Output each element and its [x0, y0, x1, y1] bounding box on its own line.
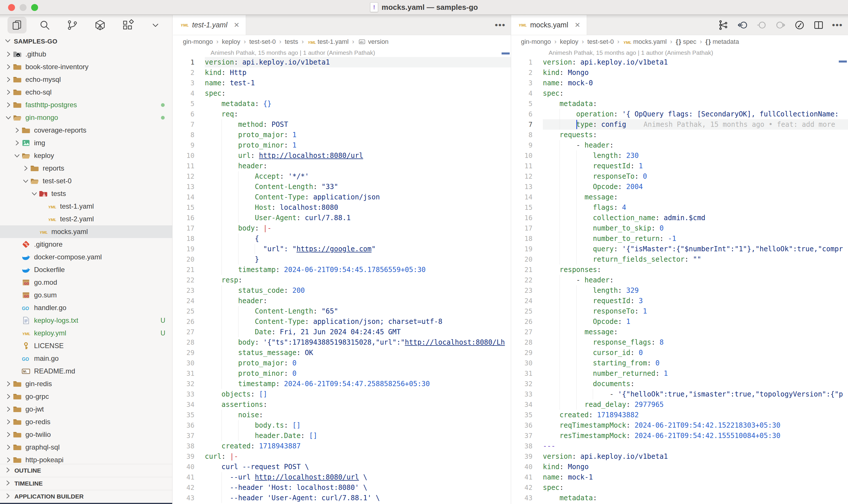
code-line[interactable]: 1version: api.keploy.io/v1beta1 [173, 57, 511, 68]
code-line[interactable]: 17 body: |- [173, 223, 511, 233]
chevron-right-icon[interactable] [21, 164, 30, 173]
code-line[interactable]: 37 header.Date: [] [173, 431, 511, 441]
code-line[interactable]: 25 Content-Length: "65" [173, 306, 511, 317]
code-line[interactable]: 32 documents: [511, 379, 848, 389]
code-line[interactable]: 13 Content-Length: "33" [173, 182, 511, 192]
code-line[interactable]: 15 flags: 4 [511, 202, 848, 213]
code-line[interactable]: 38--- [511, 441, 848, 451]
tree-item-docker-compose-yaml[interactable]: docker-compose.yaml [0, 251, 172, 264]
tree-item-handler-go[interactable]: GOhandler.go [0, 302, 172, 314]
chevron-right-icon[interactable] [4, 455, 13, 464]
more-actions-icon[interactable]: ••• [495, 20, 506, 30]
breadcrumb-item-spec[interactable]: { }spec [676, 38, 696, 46]
code-line[interactable]: 35 noise: [173, 410, 511, 420]
breadcrumb-item-test-set-0[interactable]: test-set-0 [587, 38, 614, 46]
code-line[interactable]: 9 proto_minor: 1 [173, 140, 511, 150]
tree-item-test-set-0[interactable]: test-set-0 [0, 175, 172, 187]
code-line[interactable]: 20 return_fields_selector: "" [511, 254, 848, 265]
code-line[interactable]: 35 created: 1718943882 [511, 410, 848, 420]
code-line[interactable]: 7 method: POST [173, 119, 511, 130]
tree-item-graphql-sql[interactable]: graphql-sql [0, 441, 172, 454]
tree-item--gitignore[interactable]: .gitignore [0, 238, 172, 251]
chevron-down-icon[interactable] [4, 113, 13, 122]
code-line[interactable]: 11 requestId: 1 [511, 161, 848, 171]
tree-item-readme-md[interactable]: M↓README.md [0, 365, 172, 378]
code-line[interactable]: 22 resp: [173, 275, 511, 285]
code-editor[interactable]: Animesh Pathak, 15 months ago | 1 author… [173, 49, 511, 504]
chevron-down-icon[interactable] [146, 17, 165, 33]
split-editor-icon[interactable] [813, 19, 824, 31]
code-line[interactable]: 28 response_flags: 8 [511, 337, 848, 347]
code-line[interactable]: 15 Host: localhost:8080 [173, 202, 511, 213]
code-line[interactable]: 34 read_delay: 2977965 [511, 399, 848, 410]
code-line[interactable]: 2kind: Http [173, 68, 511, 78]
code-line[interactable]: 41 --url http://localhost:8080/url \ [173, 472, 511, 482]
code-line[interactable]: 13 Opcode: 2004 [511, 182, 848, 192]
code-line[interactable]: 4spec: [173, 88, 511, 98]
chevron-right-icon[interactable] [4, 430, 13, 439]
code-line[interactable]: 30 proto_major: 0 [173, 358, 511, 368]
tree-item-img[interactable]: img [0, 137, 172, 149]
breadcrumb-item-gin-mongo[interactable]: gin-mongo [183, 38, 213, 46]
prev-change-icon[interactable] [756, 19, 767, 31]
breadcrumb-item-version[interactable]: abcversion [358, 38, 388, 46]
code-line[interactable]: 43 metadata: [511, 493, 848, 503]
code-line[interactable]: 9 - header: [511, 140, 848, 150]
code-line[interactable]: 25 responseTo: 1 [511, 306, 848, 317]
code-line[interactable]: 12 Accept: '*/*' [173, 171, 511, 182]
code-editor[interactable]: Animesh Pathak, 15 months ago | 1 author… [511, 49, 848, 504]
breadcrumb-item-test-set-0[interactable]: test-set-0 [249, 38, 276, 46]
chevron-right-icon[interactable] [4, 101, 13, 109]
next-change-icon[interactable] [775, 19, 786, 31]
code-line[interactable]: 32 timestamp: 2024-06-21T09:54:47.258858… [173, 379, 511, 389]
search-icon[interactable] [35, 17, 54, 33]
code-line[interactable]: 22 - header: [511, 275, 848, 285]
code-line[interactable]: 21 responses: [511, 265, 848, 275]
chevron-right-icon[interactable] [4, 417, 13, 426]
section-header-timeline[interactable]: TIMELINE [0, 477, 172, 490]
chevron-right-icon[interactable] [13, 139, 21, 147]
code-line[interactable]: 42spec: [511, 482, 848, 493]
breadcrumb-item-keploy[interactable]: keploy [222, 38, 240, 46]
code-line[interactable]: 40 curl --request POST \ [173, 462, 511, 472]
code-line[interactable]: 19 "url": "https://google.com" [173, 244, 511, 254]
code-line[interactable]: 26 Content-Type: application/json; chars… [173, 317, 511, 327]
nav-back-icon[interactable] [737, 19, 748, 31]
chevron-right-icon[interactable] [4, 88, 13, 96]
tree-item-go-grpc[interactable]: go-grpc [0, 390, 172, 403]
code-line[interactable]: 10 length: 230 [511, 150, 848, 161]
code-line[interactable]: 36 body.ts: [] [173, 420, 511, 431]
code-line[interactable]: 11 header: [173, 161, 511, 171]
code-line[interactable]: 8 proto_major: 1 [173, 130, 511, 140]
code-line[interactable]: 43 --header 'User-Agent: curl/7.88.1' \ [173, 493, 511, 503]
code-line[interactable]: 36 reqTimestampMock: 2024-06-21T09:54:42… [511, 420, 848, 431]
code-line[interactable]: 26 Opcode: 1 [511, 317, 848, 327]
tree-item-keploy-logs-txt[interactable]: keploy-logs.txtU [0, 314, 172, 327]
code-line[interactable]: 8 requests: [511, 130, 848, 140]
code-line[interactable]: 41name: mock-1 [511, 472, 848, 482]
tree-item-main-go[interactable]: GOmain.go [0, 352, 172, 365]
tree-item-reports[interactable]: reports [0, 162, 172, 175]
code-line[interactable]: 2kind: Mongo [511, 68, 848, 78]
code-line[interactable]: 40kind: Mongo [511, 462, 848, 472]
code-line[interactable]: 4spec: [511, 88, 848, 98]
code-line[interactable]: 31 number_returned: 1 [511, 368, 848, 379]
chevron-right-icon[interactable] [13, 126, 21, 134]
breadcrumb-item-metadata[interactable]: { }metadata [705, 38, 739, 46]
tree-item-test-1-yaml[interactable]: YMLtest-1.yaml [0, 200, 172, 213]
tab-mocks-yaml[interactable]: YMLmocks.yaml✕ [511, 15, 587, 35]
code-line[interactable]: 38 created: 1718943887 [173, 441, 511, 451]
code-line[interactable]: 34 assertions: [173, 399, 511, 410]
chevron-right-icon[interactable] [4, 443, 13, 452]
tree-item-gin-redis[interactable]: gin-redis [0, 378, 172, 390]
section-header-outline[interactable]: OUTLINE [0, 464, 172, 477]
code-line[interactable]: 5 metadata: {} [173, 98, 511, 109]
code-line[interactable]: 18 { [173, 233, 511, 244]
tree-item-license[interactable]: LICENSE [0, 340, 172, 352]
chevron-right-icon[interactable] [4, 75, 13, 84]
source-control-icon[interactable] [63, 17, 82, 33]
code-line[interactable]: 21 timestamp: 2024-06-21T09:54:45.178565… [173, 265, 511, 275]
chevron-down-icon[interactable] [21, 177, 30, 185]
tree-item-tests[interactable]: tests [0, 187, 172, 200]
tree-item-go-mod[interactable]: GOgo.mod [0, 276, 172, 289]
